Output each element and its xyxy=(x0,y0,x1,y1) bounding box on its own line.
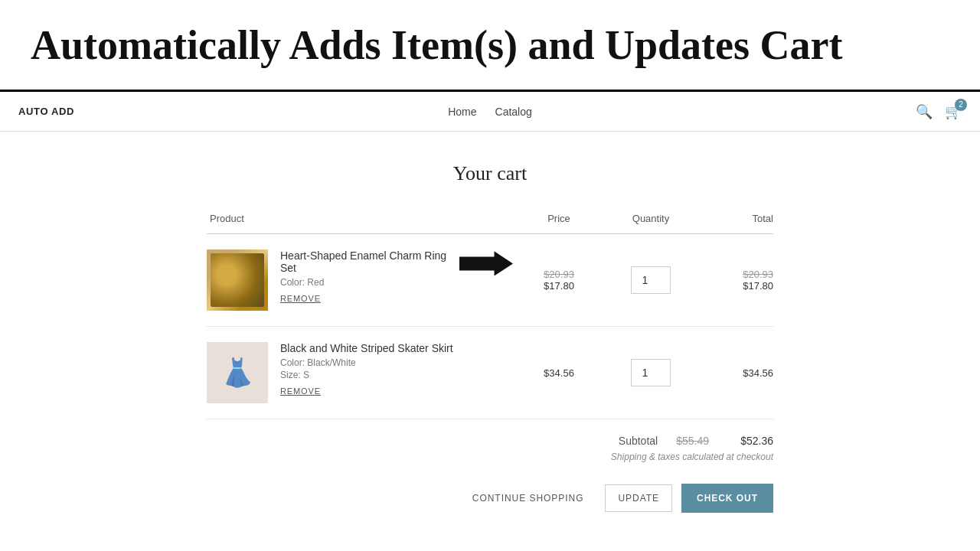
nav-brand: AUTO ADD xyxy=(18,106,74,117)
qty-cell-1 xyxy=(605,266,697,294)
subtotal-label: Subtotal xyxy=(619,435,658,447)
product-name-2: Black and White Striped Skater Skirt xyxy=(280,342,453,354)
subtotal-price: $52.36 xyxy=(727,435,773,447)
price-original-1: $20.93 xyxy=(513,269,605,280)
col-header-quantity: Quantity xyxy=(605,213,697,224)
subtotal-row: Subtotal $55.49 $52.36 xyxy=(619,435,773,447)
continue-shopping-button[interactable]: CONTINUE SHOPPING xyxy=(460,485,596,511)
cart-table-header: Product Price Quantity Total xyxy=(207,213,773,234)
cart-badge: 2 xyxy=(955,99,967,111)
remove-button-2[interactable]: REMOVE xyxy=(280,386,321,396)
update-button[interactable]: UPDATE xyxy=(605,484,672,512)
product-image-ring xyxy=(207,249,268,311)
total-cell-2: $34.56 xyxy=(697,367,773,379)
product-cell-1: Heart-Shaped Enamel Charm Ring Set Color… xyxy=(207,249,513,311)
product-info-1: Heart-Shaped Enamel Charm Ring Set Color… xyxy=(280,249,447,305)
nav-link-catalog[interactable]: Catalog xyxy=(495,106,532,118)
qty-cell-2 xyxy=(605,359,697,386)
remove-button-1[interactable]: REMOVE xyxy=(280,294,321,303)
total-only-2: $34.56 xyxy=(697,367,773,379)
arrow-icon xyxy=(459,249,513,277)
product-color-1: Color: Red xyxy=(280,277,447,288)
hero-title: Automatically Adds Item(s) and Updates C… xyxy=(31,23,949,68)
nav-icons: 🔍 🛒 2 xyxy=(916,103,962,120)
product-cell-2: Black and White Striped Skater Skirt Col… xyxy=(207,342,513,403)
col-header-total: Total xyxy=(697,213,773,224)
qty-input-1[interactable] xyxy=(631,266,671,294)
qty-input-2[interactable] xyxy=(631,359,671,386)
product-name-1: Heart-Shaped Enamel Charm Ring Set xyxy=(280,249,447,274)
col-header-product: Product xyxy=(207,213,513,224)
main-nav: AUTO ADD Home Catalog 🔍 🛒 2 xyxy=(0,92,980,132)
cart-item-1: Heart-Shaped Enamel Charm Ring Set Color… xyxy=(207,234,773,327)
arrow-annotation xyxy=(459,249,513,277)
hero-banner: Automatically Adds Item(s) and Updates C… xyxy=(0,0,980,92)
price-sale-1: $17.80 xyxy=(513,280,605,292)
col-header-price: Price xyxy=(513,213,605,224)
checkout-button[interactable]: CHECK OUT xyxy=(681,484,773,513)
price-cell-1: $20.93 $17.80 xyxy=(513,269,605,292)
total-sale-1: $17.80 xyxy=(697,280,773,292)
price-cell-2: $34.56 xyxy=(513,367,605,379)
nav-link-home[interactable]: Home xyxy=(448,106,476,118)
subtotal-original: $55.49 xyxy=(676,435,709,447)
product-color-2: Color: Black/White xyxy=(280,357,453,368)
nav-links: Home Catalog xyxy=(448,106,532,118)
cart-icon[interactable]: 🛒 2 xyxy=(945,103,962,120)
cart-subtotal: Subtotal $55.49 $52.36 Shipping & taxes … xyxy=(207,419,773,468)
product-image-skirt xyxy=(207,342,268,403)
shipping-note: Shipping & taxes calculated at checkout xyxy=(611,452,773,462)
cart-page: Your cart Product Price Quantity Total H… xyxy=(191,132,789,543)
search-icon[interactable]: 🔍 xyxy=(916,103,933,120)
product-size-2: Size: S xyxy=(280,370,453,380)
total-cell-1: $20.93 $17.80 xyxy=(697,269,773,292)
cart-item-2: Black and White Striped Skater Skirt Col… xyxy=(207,327,773,419)
price-only-2: $34.56 xyxy=(513,367,605,379)
total-original-1: $20.93 xyxy=(697,269,773,280)
cart-title: Your cart xyxy=(207,162,773,185)
product-info-2: Black and White Striped Skater Skirt Col… xyxy=(280,342,453,397)
cart-actions: CONTINUE SHOPPING UPDATE CHECK OUT xyxy=(207,468,773,528)
